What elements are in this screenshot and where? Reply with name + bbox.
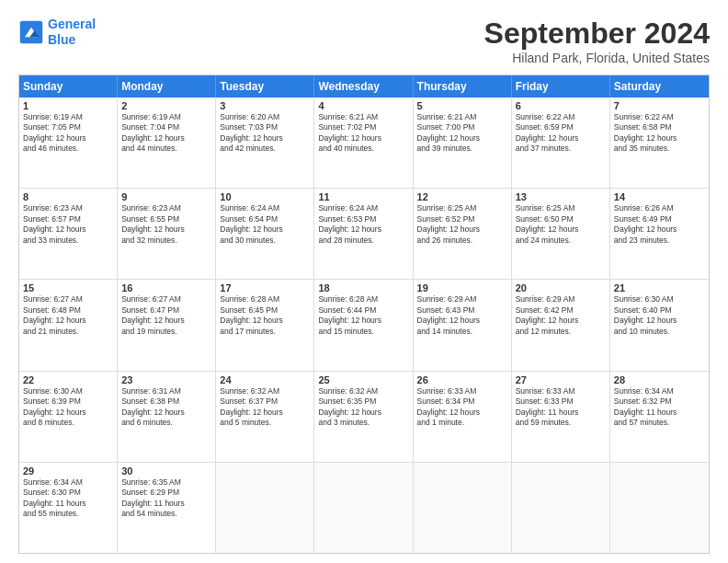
calendar-cell: 1Sunrise: 6:19 AM Sunset: 7:05 PM Daylig… xyxy=(19,98,118,188)
day-number: 24 xyxy=(220,374,310,385)
title-area: September 2024 Hiland Park, Florida, Uni… xyxy=(484,17,710,65)
day-number: 5 xyxy=(417,100,507,111)
logo-text: General Blue xyxy=(48,17,96,48)
day-info: Sunrise: 6:27 AM Sunset: 6:48 PM Dayligh… xyxy=(23,294,113,337)
calendar-cell: 12Sunrise: 6:25 AM Sunset: 6:52 PM Dayli… xyxy=(414,189,512,279)
calendar-cell: 24Sunrise: 6:32 AM Sunset: 6:37 PM Dayli… xyxy=(216,372,314,462)
day-info: Sunrise: 6:28 AM Sunset: 6:45 PM Dayligh… xyxy=(220,294,310,337)
logo: General Blue xyxy=(18,17,96,48)
header-day: Sunday xyxy=(19,75,118,98)
calendar-cell: 4Sunrise: 6:21 AM Sunset: 7:02 PM Daylig… xyxy=(314,98,413,188)
calendar-cell: 11Sunrise: 6:24 AM Sunset: 6:53 PM Dayli… xyxy=(314,189,413,279)
day-number: 25 xyxy=(318,374,408,385)
calendar-cell-empty xyxy=(512,463,610,553)
logo-blue: Blue xyxy=(48,32,75,47)
day-number: 14 xyxy=(614,191,705,202)
day-number: 22 xyxy=(23,374,113,385)
day-info: Sunrise: 6:22 AM Sunset: 6:58 PM Dayligh… xyxy=(614,112,705,155)
day-info: Sunrise: 6:25 AM Sunset: 6:52 PM Dayligh… xyxy=(417,203,507,246)
day-info: Sunrise: 6:19 AM Sunset: 7:04 PM Dayligh… xyxy=(121,112,211,155)
day-info: Sunrise: 6:34 AM Sunset: 6:32 PM Dayligh… xyxy=(614,386,705,429)
day-info: Sunrise: 6:23 AM Sunset: 6:57 PM Dayligh… xyxy=(23,203,113,246)
calendar-row: 22Sunrise: 6:30 AM Sunset: 6:39 PM Dayli… xyxy=(19,372,709,463)
day-number: 19 xyxy=(417,282,507,293)
day-number: 8 xyxy=(23,191,113,202)
day-info: Sunrise: 6:34 AM Sunset: 6:30 PM Dayligh… xyxy=(23,477,113,520)
day-number: 28 xyxy=(614,374,705,385)
day-info: Sunrise: 6:19 AM Sunset: 7:05 PM Dayligh… xyxy=(23,112,113,155)
calendar-row: 1Sunrise: 6:19 AM Sunset: 7:05 PM Daylig… xyxy=(19,98,709,189)
logo-icon xyxy=(18,19,44,45)
main-title: September 2024 xyxy=(484,17,710,51)
calendar-cell: 29Sunrise: 6:34 AM Sunset: 6:30 PM Dayli… xyxy=(19,463,118,553)
logo-general: General xyxy=(48,17,96,31)
day-info: Sunrise: 6:30 AM Sunset: 6:40 PM Dayligh… xyxy=(614,294,705,337)
header: General Blue September 2024 Hiland Park,… xyxy=(18,17,710,65)
calendar-row: 29Sunrise: 6:34 AM Sunset: 6:30 PM Dayli… xyxy=(19,463,709,553)
day-info: Sunrise: 6:23 AM Sunset: 6:55 PM Dayligh… xyxy=(121,203,211,246)
day-number: 26 xyxy=(417,374,507,385)
calendar-body: 1Sunrise: 6:19 AM Sunset: 7:05 PM Daylig… xyxy=(19,98,709,553)
day-info: Sunrise: 6:21 AM Sunset: 7:00 PM Dayligh… xyxy=(417,112,507,155)
calendar-cell: 2Sunrise: 6:19 AM Sunset: 7:04 PM Daylig… xyxy=(118,98,216,188)
calendar-cell-empty xyxy=(216,463,314,553)
day-info: Sunrise: 6:29 AM Sunset: 6:43 PM Dayligh… xyxy=(417,294,507,337)
day-number: 3 xyxy=(220,100,310,111)
day-number: 20 xyxy=(516,282,606,293)
day-number: 7 xyxy=(614,100,705,111)
header-day: Tuesday xyxy=(216,75,314,98)
day-number: 21 xyxy=(614,282,705,293)
day-number: 18 xyxy=(318,282,408,293)
day-number: 2 xyxy=(121,100,211,111)
day-number: 6 xyxy=(516,100,606,111)
day-info: Sunrise: 6:33 AM Sunset: 6:33 PM Dayligh… xyxy=(516,386,606,429)
day-number: 29 xyxy=(23,465,113,477)
day-number: 10 xyxy=(220,191,310,202)
calendar-cell: 30Sunrise: 6:35 AM Sunset: 6:29 PM Dayli… xyxy=(118,463,216,553)
calendar: SundayMondayTuesdayWednesdayThursdayFrid… xyxy=(18,75,710,554)
header-day: Monday xyxy=(118,75,216,98)
calendar-cell: 16Sunrise: 6:27 AM Sunset: 6:47 PM Dayli… xyxy=(118,280,216,370)
day-info: Sunrise: 6:31 AM Sunset: 6:38 PM Dayligh… xyxy=(121,386,211,429)
day-info: Sunrise: 6:32 AM Sunset: 6:37 PM Dayligh… xyxy=(220,386,310,429)
day-number: 13 xyxy=(516,191,606,202)
calendar-cell: 8Sunrise: 6:23 AM Sunset: 6:57 PM Daylig… xyxy=(19,189,118,279)
day-number: 11 xyxy=(318,191,408,202)
calendar-cell: 28Sunrise: 6:34 AM Sunset: 6:32 PM Dayli… xyxy=(610,372,709,462)
day-number: 27 xyxy=(516,374,606,385)
day-number: 12 xyxy=(417,191,507,202)
calendar-cell: 20Sunrise: 6:29 AM Sunset: 6:42 PM Dayli… xyxy=(512,280,610,370)
day-info: Sunrise: 6:26 AM Sunset: 6:49 PM Dayligh… xyxy=(614,203,705,246)
calendar-cell: 18Sunrise: 6:28 AM Sunset: 6:44 PM Dayli… xyxy=(314,280,413,370)
day-info: Sunrise: 6:28 AM Sunset: 6:44 PM Dayligh… xyxy=(318,294,408,337)
calendar-cell: 19Sunrise: 6:29 AM Sunset: 6:43 PM Dayli… xyxy=(414,280,512,370)
subtitle: Hiland Park, Florida, United States xyxy=(484,51,710,65)
day-info: Sunrise: 6:33 AM Sunset: 6:34 PM Dayligh… xyxy=(417,386,507,429)
calendar-cell: 25Sunrise: 6:32 AM Sunset: 6:35 PM Dayli… xyxy=(314,372,413,462)
calendar-cell-empty xyxy=(414,463,512,553)
calendar-cell: 10Sunrise: 6:24 AM Sunset: 6:54 PM Dayli… xyxy=(216,189,314,279)
calendar-cell: 3Sunrise: 6:20 AM Sunset: 7:03 PM Daylig… xyxy=(216,98,314,188)
calendar-cell: 17Sunrise: 6:28 AM Sunset: 6:45 PM Dayli… xyxy=(216,280,314,370)
day-number: 9 xyxy=(121,191,211,202)
calendar-header: SundayMondayTuesdayWednesdayThursdayFrid… xyxy=(19,75,709,98)
calendar-cell: 26Sunrise: 6:33 AM Sunset: 6:34 PM Dayli… xyxy=(414,372,512,462)
day-info: Sunrise: 6:24 AM Sunset: 6:53 PM Dayligh… xyxy=(318,203,408,246)
day-number: 23 xyxy=(121,374,211,385)
calendar-cell: 5Sunrise: 6:21 AM Sunset: 7:00 PM Daylig… xyxy=(414,98,512,188)
calendar-row: 15Sunrise: 6:27 AM Sunset: 6:48 PM Dayli… xyxy=(19,280,709,371)
calendar-cell: 23Sunrise: 6:31 AM Sunset: 6:38 PM Dayli… xyxy=(118,372,216,462)
calendar-cell: 6Sunrise: 6:22 AM Sunset: 6:59 PM Daylig… xyxy=(512,98,610,188)
day-number: 30 xyxy=(121,465,211,477)
calendar-cell: 13Sunrise: 6:25 AM Sunset: 6:50 PM Dayli… xyxy=(512,189,610,279)
calendar-cell: 27Sunrise: 6:33 AM Sunset: 6:33 PM Dayli… xyxy=(512,372,610,462)
day-info: Sunrise: 6:35 AM Sunset: 6:29 PM Dayligh… xyxy=(121,477,211,520)
day-number: 17 xyxy=(220,282,310,293)
day-info: Sunrise: 6:21 AM Sunset: 7:02 PM Dayligh… xyxy=(318,112,408,155)
day-info: Sunrise: 6:22 AM Sunset: 6:59 PM Dayligh… xyxy=(516,112,606,155)
calendar-cell: 22Sunrise: 6:30 AM Sunset: 6:39 PM Dayli… xyxy=(19,372,118,462)
day-info: Sunrise: 6:27 AM Sunset: 6:47 PM Dayligh… xyxy=(121,294,211,337)
header-day: Thursday xyxy=(414,75,512,98)
day-info: Sunrise: 6:25 AM Sunset: 6:50 PM Dayligh… xyxy=(516,203,606,246)
calendar-cell: 21Sunrise: 6:30 AM Sunset: 6:40 PM Dayli… xyxy=(610,280,709,370)
